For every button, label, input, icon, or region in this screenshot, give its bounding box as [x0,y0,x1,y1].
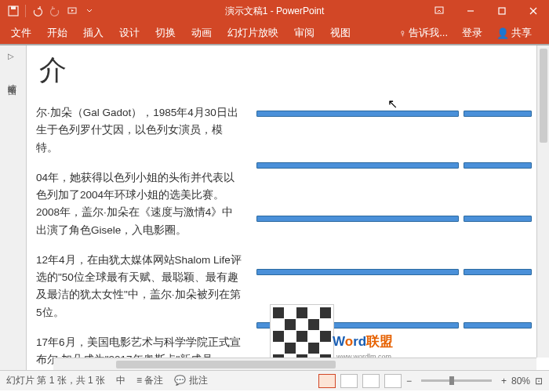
zoom-slider[interactable] [421,379,492,382]
bar-shape[interactable] [464,216,532,222]
maximize-icon[interactable] [486,0,518,22]
quick-access-toolbar [0,4,96,18]
bar-shape[interactable] [256,162,459,169]
horizontal-scrollbar[interactable] [53,358,536,370]
bar-shape[interactable] [464,111,532,117]
lightbulb-icon: ♀ [398,27,406,39]
qat-customize-icon[interactable] [82,4,96,18]
status-bar: 幻灯片 第 1 张，共 1 张 中 ≡ 备注 💬 批注 − + 80% ⊡ [0,370,549,390]
share-icon: 👤 [496,27,509,39]
close-icon[interactable] [518,0,549,22]
paragraph: 04年，她获得以色列小姐的头衔并代表以色列加了2004年环球小姐的选美比赛。20… [36,169,244,239]
tab-design[interactable]: 设计 [111,22,147,44]
slide-counter[interactable]: 幻灯片 第 1 张，共 1 张 [6,374,105,387]
window-controls [424,0,549,22]
undo-icon[interactable] [31,4,45,18]
paragraph: 尔·加朵（Gal Gadot），1985年4月30日出生于色列罗什艾因，以色列女… [36,104,244,157]
tab-review[interactable]: 审阅 [286,22,322,44]
scrollbar-thumb[interactable] [116,361,336,368]
tab-home[interactable]: 开始 [39,22,75,44]
reading-view-icon[interactable] [362,374,380,388]
tab-file[interactable]: 文件 [3,22,39,44]
bar-shape[interactable] [256,269,459,275]
tab-transitions[interactable]: 切换 [147,22,184,44]
slide-canvas[interactable]: 介 尔·加朵（Gal Gadot），1985年4月30日出生于色列罗什艾因，以色… [27,45,549,370]
language-indicator[interactable]: 中 [116,374,125,387]
zoom-in-button[interactable]: + [501,376,507,387]
tab-view[interactable]: 视图 [322,22,358,44]
title-bar: 演示文稿1 - PowerPoint [0,0,549,22]
ribbon-options-icon[interactable] [424,0,455,22]
bar-shape[interactable] [256,216,459,222]
vertical-scrollbar[interactable] [536,45,549,358]
paragraph: 12年4月，在由犹太媒体网站Shalom Life评选的"50位全球最有天赋、最… [36,252,244,321]
save-icon[interactable] [6,4,20,18]
redo-icon[interactable] [48,4,62,18]
zoom-level[interactable]: 80% [511,376,530,387]
tab-animations[interactable]: 动画 [184,22,220,44]
chevron-right-icon[interactable]: ▷ [8,52,14,60]
share-button[interactable]: 👤共享 [490,22,538,44]
comments-button[interactable]: 💬 批注 [174,374,207,387]
workspace: ▷ 缩略图 介 尔·加朵（Gal Gadot），1985年4月30日出生于色列罗… [0,44,549,370]
scrollbar-thumb[interactable] [540,49,547,143]
signin-button[interactable]: 登录 [456,22,489,44]
tell-me[interactable]: ♀告诉我... [392,22,454,44]
tab-slideshow[interactable]: 幻灯片放映 [220,22,286,44]
sorter-view-icon[interactable] [340,374,358,388]
thumbnail-label: 缩略图 [6,77,18,82]
ribbon-tabs: 文件 开始 插入 设计 切换 动画 幻灯片放映 审阅 视图 ♀告诉我... 登录… [0,22,549,44]
thumbnail-panel[interactable]: ▷ 缩略图 [0,45,27,370]
svg-rect-1 [11,6,16,9]
fit-window-button[interactable]: ⊡ [535,376,543,387]
slideshow-view-icon[interactable] [384,374,402,388]
bar-shape[interactable] [256,111,459,117]
zoom-out-button[interactable]: − [406,376,412,387]
tab-insert[interactable]: 插入 [75,22,111,44]
start-from-beginning-icon[interactable] [65,4,79,18]
bar-shape[interactable] [464,322,532,328]
minimize-icon[interactable] [455,0,486,22]
notes-button[interactable]: ≡ 备注 [136,374,163,387]
bar-shape[interactable] [464,269,532,275]
normal-view-icon[interactable] [318,374,336,388]
watermark-logo: Word联盟 [333,332,393,350]
slide-title[interactable]: 介 [39,52,540,89]
slide-text-content[interactable]: 尔·加朵（Gal Gadot），1985年4月30日出生于色列罗什艾因，以色列女… [36,104,244,370]
window-title: 演示文稿1 - PowerPoint [225,5,325,18]
bar-shape[interactable] [464,162,532,169]
svg-rect-5 [499,8,505,14]
